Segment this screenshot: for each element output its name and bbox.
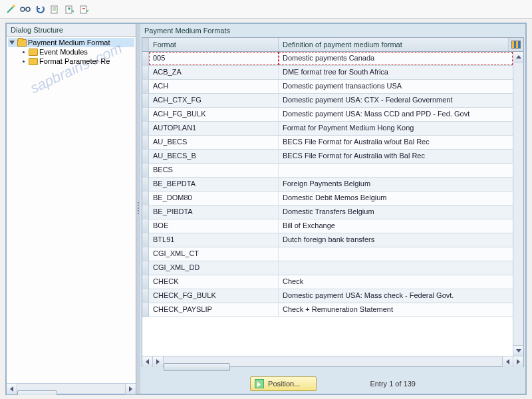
scroll-thumb[interactable] [17,390,57,396]
row-selector[interactable] [142,122,149,135]
cell-format[interactable]: CGI_XML_DD [149,261,279,275]
row-selector[interactable] [142,219,149,233]
delimit-icon[interactable] [78,4,89,15]
cell-definition[interactable]: Domestic payment USA: CTX - Federal Gove… [279,94,513,107]
tree-item-event-modules[interactable]: Event Modules [8,47,134,57]
cell-definition[interactable] [279,247,513,261]
scroll-left-button[interactable] [7,384,17,394]
cell-format[interactable]: CHECK [149,275,279,289]
row-selector[interactable] [142,164,149,177]
cell-format[interactable]: ACH [149,80,279,93]
cell-definition[interactable]: Format for Payment Medium Hong Kong [279,122,513,135]
configure-columns-button[interactable] [509,38,523,51]
tree-item-format-parameter[interactable]: Format Parameter Re [8,57,134,66]
cell-definition[interactable]: Bill of Exchange [279,219,513,233]
table-row[interactable]: BOEBill of Exchange [142,219,513,233]
vertical-scrollbar[interactable] [513,52,523,356]
cell-format[interactable]: CGI_XML_CT [149,247,279,261]
table-row[interactable]: BE_PIBDTADomestic Transfers Belgium [142,205,513,219]
cell-definition[interactable]: Domestic payments Canada [279,52,513,65]
column-header-format[interactable]: Format [149,38,279,51]
table-row[interactable]: ACB_ZADME format tree for South Africa [142,66,513,80]
table-row[interactable]: AUTOPLAN1Format for Payment Medium Hong … [142,122,513,136]
undo-icon[interactable] [35,4,45,15]
horizontal-scrollbar[interactable] [142,356,523,366]
cell-format[interactable]: ACH_FG_BULK [149,108,279,121]
cell-definition[interactable]: Domestic payment USA: Mass CCD and PPD -… [279,108,513,121]
row-selector[interactable] [142,80,149,93]
cell-definition[interactable] [279,164,513,177]
cell-format[interactable]: AU_BECS_B [149,150,279,163]
row-selector[interactable] [142,136,149,149]
cell-format[interactable]: CHECK_PAYSLIP [149,303,279,317]
table-row[interactable]: ACHDomestic payment transactions USA [142,80,513,94]
wand-icon[interactable] [5,4,16,15]
scroll-right-end-button[interactable] [513,356,523,367]
row-selector[interactable] [142,205,149,219]
row-selector[interactable] [142,261,149,275]
cell-definition[interactable]: Foreign Payments Belgium [279,178,513,191]
cell-definition[interactable]: Dutch foreign bank transfers [279,233,513,247]
table-row[interactable]: CHECK_FG_BULKDomestic payment USA: Mass … [142,289,513,303]
cell-definition[interactable]: BECS File Format for Australia with Bal … [279,150,513,163]
scroll-down-button[interactable] [513,345,523,356]
table-row[interactable]: BECS [142,164,513,178]
row-selector[interactable] [142,52,149,65]
table-row[interactable]: CGI_XML_CT [142,247,513,261]
column-header-definition[interactable]: Definition of payment medium format [279,38,509,51]
cell-format[interactable]: BTL91 [149,233,279,247]
cell-definition[interactable]: DME format tree for South Africa [279,66,513,79]
row-selector[interactable] [142,275,149,289]
new-entries-icon[interactable] [49,4,60,15]
scroll-right-button[interactable] [125,384,136,394]
scroll-right-button[interactable] [153,356,164,367]
cell-definition[interactable] [279,261,513,275]
cell-definition[interactable]: Domestic Debit Memos Belgium [279,192,513,205]
row-selector[interactable] [142,178,149,191]
scroll-thumb[interactable] [164,363,230,371]
cell-format[interactable]: ACH_CTX_FG [149,94,279,107]
cell-definition[interactable]: BECS File Format for Australia w/out Bal… [279,136,513,149]
row-selector[interactable] [142,66,149,79]
table-row[interactable]: CHECK_PAYSLIPCheck + Remuneration Statem… [142,303,513,317]
expand-icon[interactable] [9,41,15,45]
cell-definition[interactable]: Domestic payment USA: Mass check - Feder… [279,289,513,303]
scroll-left-end-button[interactable] [502,356,513,367]
cell-format[interactable]: AU_BECS [149,136,279,149]
table-row[interactable]: AU_BECS_BBECS File Format for Australia … [142,150,513,164]
cell-definition[interactable]: Domestic payment transactions USA [279,80,513,93]
scroll-up-button[interactable] [513,52,523,63]
scroll-left-button[interactable] [142,356,153,367]
row-selector[interactable] [142,289,149,303]
table-row[interactable]: BE_DOM80Domestic Debit Memos Belgium [142,192,513,205]
table-row[interactable]: ACH_CTX_FGDomestic payment USA: CTX - Fe… [142,94,513,108]
tree-horizontal-scrollbar[interactable] [7,383,136,394]
cell-format[interactable]: 005 [149,52,279,65]
cell-format[interactable]: CHECK_FG_BULK [149,289,279,303]
glasses-icon[interactable] [20,4,31,15]
cell-format[interactable]: BECS [149,164,279,177]
cell-format[interactable]: AUTOPLAN1 [149,122,279,135]
table-row[interactable]: AU_BECSBECS File Format for Australia w/… [142,136,513,150]
cell-format[interactable]: BE_PIBDTA [149,205,279,219]
row-selector[interactable] [142,150,149,163]
table-row[interactable]: CHECKCheck [142,275,513,289]
table-row[interactable]: BE_BEPDTAForeign Payments Belgium [142,178,513,192]
row-selector[interactable] [142,233,149,247]
row-selector[interactable] [142,247,149,261]
cell-format[interactable]: ACB_ZA [149,66,279,79]
row-selector[interactable] [142,192,149,205]
table-row[interactable]: ACH_FG_BULKDomestic payment USA: Mass CC… [142,108,513,122]
copy-as-icon[interactable] [64,4,74,15]
table-row[interactable]: 005Domestic payments Canada [142,52,513,66]
cell-definition[interactable]: Check + Remuneration Statement [279,303,513,317]
table-row[interactable]: CGI_XML_DD [142,261,513,275]
cell-format[interactable]: BE_BEPDTA [149,178,279,191]
row-selector-header[interactable] [142,38,149,51]
row-selector[interactable] [142,303,149,317]
tree-item-payment-medium-formats[interactable]: Payment Medium Format [8,38,134,47]
table-row[interactable]: BTL91Dutch foreign bank transfers [142,233,513,247]
cell-definition[interactable]: Check [279,275,513,289]
position-button[interactable]: Position... [250,376,317,391]
row-selector[interactable] [142,108,149,121]
